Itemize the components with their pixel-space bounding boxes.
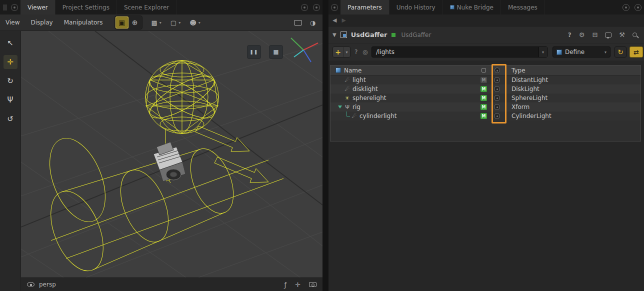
viewer-pane: Viewer Project Settings Scene Explorer V… <box>0 0 322 291</box>
float-pane-icon[interactable] <box>301 4 308 11</box>
tab-viewer[interactable]: Viewer <box>20 0 56 14</box>
table-row[interactable]: ☄ disklight M DiskLight <box>330 84 640 94</box>
target-icon[interactable]: ◎ <box>362 48 368 56</box>
pane-grip-icon[interactable] <box>4 4 6 10</box>
display-output-icon[interactable] <box>294 20 302 26</box>
refresh-button[interactable]: ↻ <box>614 46 626 58</box>
tab-label: Parameters <box>348 4 382 11</box>
rig-icon: Ψ <box>344 104 351 110</box>
3d-cube-mode-icon[interactable]: ▣ <box>116 16 128 28</box>
viewer-toolbar: View Display Manipulators ▣ ⊕ ▩ ▾ ▢ ▾ ☻ … <box>0 14 322 31</box>
prim-path-input[interactable]: /lights ▾ <box>372 46 548 58</box>
joint-tool-icon[interactable]: Ψ <box>4 93 18 107</box>
shading-mode-dropdown[interactable]: ▩ ▾ <box>152 19 162 26</box>
close-pane-icon[interactable] <box>313 4 320 11</box>
solo-toggle-icon[interactable] <box>494 113 500 119</box>
expander-spacer <box>336 84 344 94</box>
orbit-tool-icon[interactable]: ↺ <box>4 112 18 126</box>
tab-undo-history[interactable]: Undo History <box>390 0 443 14</box>
camera-name-label[interactable]: persp <box>39 281 56 288</box>
collapse-node-icon[interactable]: ▼ <box>332 32 336 38</box>
prim-name: spherelight <box>352 94 386 102</box>
path-dropdown-icon[interactable]: ▾ <box>538 47 547 57</box>
menu-manipulators[interactable]: Manipulators <box>58 19 108 26</box>
node-title: UsdGaffer <box>351 31 388 38</box>
tab-messages[interactable]: Messages <box>501 0 545 14</box>
node-header: ▼ UsdGaffer UsdGaffer ? ⚙ ⊟ ⚒ <box>328 26 644 44</box>
slate-icon[interactable]: ⊟ <box>592 31 598 38</box>
table-row[interactable]: ☄ light M DistantLight <box>330 76 640 84</box>
chat-icon[interactable] <box>605 32 612 38</box>
visibility-eye-icon[interactable] <box>27 282 34 287</box>
stage-cube-icon <box>336 68 341 73</box>
viewer-mode-group: ▣ ⊕ <box>114 16 142 30</box>
solo-toggle-icon[interactable] <box>494 86 500 92</box>
expander-spacer <box>336 94 344 102</box>
mute-badge[interactable]: M <box>480 86 487 92</box>
plus-icon: + <box>333 47 343 57</box>
mute-badge[interactable]: M <box>480 77 487 83</box>
chevron-down-icon: ▾ <box>160 20 162 25</box>
pane-menu-icon[interactable] <box>11 4 18 11</box>
add-light-button[interactable]: + ▾ <box>332 46 350 58</box>
nav-back-icon[interactable]: ◀ <box>332 17 336 24</box>
tab-label: Viewer <box>28 4 48 11</box>
mute-badge[interactable]: M <box>480 104 487 110</box>
table-row[interactable]: Ψ rig M Xform <box>330 102 640 112</box>
pane-menu-icon[interactable] <box>331 4 338 11</box>
cylinder-light-icon: ☄ <box>350 113 358 120</box>
gaffer-toolbar: + ▾ ? ◎ /lights ▾ Define ▾ ↻ ⇄ <box>328 44 644 60</box>
viewport-canvas <box>21 31 322 278</box>
search-icon[interactable] <box>632 32 637 37</box>
pane-divider[interactable] <box>322 0 328 291</box>
menu-view[interactable]: View <box>0 19 25 26</box>
solo-toggle-icon[interactable] <box>494 77 500 83</box>
tab-nuke-bridge[interactable]: Nuke Bridge <box>443 0 501 14</box>
rotate-tool-icon[interactable]: ↻ <box>4 74 18 88</box>
solo-toggle-icon[interactable] <box>494 95 500 101</box>
snapshot-icon[interactable]: ◑ <box>310 19 316 26</box>
menu-display[interactable]: Display <box>25 19 58 26</box>
close-pane-icon[interactable] <box>634 4 642 11</box>
3d-viewport[interactable]: ❚❚ ■ <box>21 31 322 278</box>
prim-path-value: /lights <box>376 48 394 56</box>
prim-type: Xform <box>504 104 640 110</box>
translate-tool-icon[interactable]: ✛ <box>4 55 18 69</box>
tree-connector <box>344 112 350 120</box>
define-mode-dropdown[interactable]: Define ▾ <box>552 46 610 58</box>
help-icon[interactable]: ? <box>354 48 358 56</box>
nav-forward-icon[interactable]: ▶ <box>342 17 346 24</box>
wrench-icon[interactable]: ⚒ <box>619 31 625 38</box>
select-tool-icon[interactable]: ↖ <box>4 36 18 50</box>
node-header-icons: ? ⚙ ⊟ ⚒ <box>568 31 644 38</box>
distant-light-icon: ☄ <box>344 77 351 84</box>
pan-icon[interactable]: ✛ <box>295 281 300 288</box>
prim-name: disklight <box>352 86 378 92</box>
table-row[interactable]: ☀ spherelight M SphereLight <box>330 94 640 102</box>
gear-icon[interactable]: ⚙ <box>579 31 585 38</box>
mute-badge[interactable]: M <box>480 95 487 101</box>
tab-parameters[interactable]: Parameters <box>340 0 390 14</box>
parameters-pane: Parameters Undo History Nuke Bridge Mess… <box>328 0 644 291</box>
define-label: Define <box>565 48 584 56</box>
tab-scene-explorer[interactable]: Scene Explorer <box>117 0 176 14</box>
chevron-down-icon: ▾ <box>198 20 200 25</box>
help-icon[interactable]: ? <box>568 32 572 38</box>
stop-button[interactable]: ■ <box>269 45 283 59</box>
exposure-icon[interactable]: ƒ <box>284 281 287 288</box>
tab-project-settings[interactable]: Project Settings <box>56 0 117 14</box>
selection-marquee-dropdown[interactable]: ▢ ▾ <box>170 19 180 26</box>
camera-icon[interactable] <box>309 282 316 287</box>
viewport-status-bar: persp ƒ ✛ <box>21 278 322 291</box>
pause-button[interactable]: ❚❚ <box>247 45 261 59</box>
camera-person-dropdown[interactable]: ☻ ▾ <box>190 19 200 26</box>
solo-toggle-icon[interactable] <box>494 104 500 110</box>
table-row[interactable]: ☄ cylinderlight M CylinderLight <box>330 112 640 120</box>
mute-badge[interactable]: M <box>480 113 487 119</box>
globe-mode-icon[interactable]: ⊕ <box>128 16 142 28</box>
float-pane-icon[interactable] <box>622 4 630 11</box>
sync-button[interactable]: ⇄ <box>630 46 643 58</box>
viewport-bar-icons: ƒ ✛ <box>284 281 316 288</box>
expand-collapse-icon[interactable] <box>336 102 344 112</box>
viewer-toolbar-right: ◑ <box>294 19 322 26</box>
